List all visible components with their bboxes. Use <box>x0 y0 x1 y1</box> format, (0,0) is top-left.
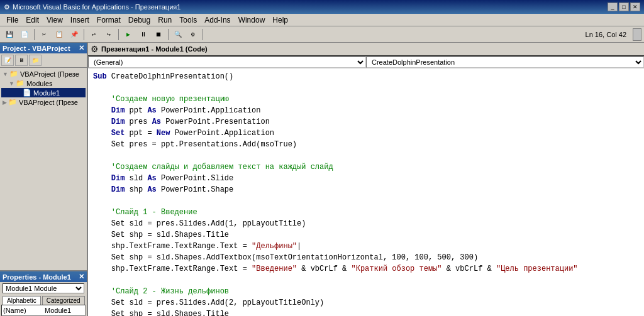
toolbar-sep1 <box>34 29 35 40</box>
properties-panel-title: Properties - Module1 <box>3 273 71 281</box>
toolbar-scrollbar[interactable] <box>633 28 641 41</box>
code-header: ⚙ Презентация1 - Module1 (Code) <box>88 43 644 57</box>
project-tree-item-vba2[interactable]: ▶ 📁 VBAProject (Презе <box>1 97 86 107</box>
menu-run[interactable]: Run <box>154 14 175 26</box>
properties-tabs: Alphabetic Categorized <box>0 295 87 305</box>
code-dropdowns: (General) CreateDolphinPresentation <box>88 57 644 68</box>
cursor-position: Ln 16, Col 42 <box>586 31 629 38</box>
object-dropdown[interactable]: (General) <box>88 57 366 68</box>
project-panel-header: Project - VBAProject ✕ <box>0 43 87 53</box>
view-code-button[interactable]: 📝 <box>1 55 14 66</box>
toolbar-pause[interactable]: ⏸ <box>136 28 150 41</box>
title-bar: ⚙ Microsoft Visual Basic for Application… <box>0 0 644 14</box>
menu-debug[interactable]: Debug <box>125 14 154 26</box>
menu-tools[interactable]: Tools <box>175 14 201 26</box>
toolbar-run[interactable]: ▶ <box>121 28 135 41</box>
toggle-folders-button[interactable]: 📁 <box>29 55 42 66</box>
toolbar-settings[interactable]: ⚙ <box>186 28 200 41</box>
project-tree-item-modules[interactable]: ▼ 📁 Modules <box>1 79 86 88</box>
project-tree: ▼ 📁 VBAProject (Презе ▼ 📁 Modules 📄 Modu… <box>0 68 87 270</box>
minimize-button[interactable]: _ <box>608 3 618 11</box>
menu-insert[interactable]: Insert <box>67 14 93 26</box>
menu-bar: File Edit View Insert Format Debug Run T… <box>0 14 644 26</box>
folder-icon: 📁 <box>9 70 18 78</box>
toolbar-sep4 <box>168 29 169 40</box>
toolbar-copy[interactable]: 📋 <box>52 28 66 41</box>
toolbar-stop[interactable]: ⏹ <box>152 28 165 41</box>
properties-panel-header: Properties - Module1 ✕ <box>0 271 87 282</box>
property-row-name: (Name) Module1 <box>3 307 84 314</box>
code-editor[interactable]: Sub CreateDolphinPresentation() 'Создаем… <box>88 68 644 316</box>
toolbar-save[interactable]: 💾 <box>3 28 16 41</box>
project-tree-item-vba1[interactable]: ▼ 📁 VBAProject (Презе <box>1 69 86 79</box>
folder-icon: 📁 <box>16 79 25 87</box>
project-panel-close[interactable]: ✕ <box>79 44 84 52</box>
maximize-button[interactable]: □ <box>619 3 629 11</box>
toolbar-undo[interactable]: ↩ <box>87 28 101 41</box>
app-icon: ⚙ <box>4 3 10 11</box>
expand-icon: ▼ <box>3 71 8 77</box>
toolbar-sep5 <box>203 29 203 40</box>
toolbar-sep3 <box>118 29 119 40</box>
project-tree-item-module1[interactable]: 📄 Module1 <box>1 88 86 97</box>
left-panel: Project - VBAProject ✕ 📝 🖥 📁 ▼ 📁 VBAProj… <box>0 43 88 316</box>
menu-edit[interactable]: Edit <box>22 14 43 26</box>
toolbar-cut[interactable]: ✂ <box>37 28 51 41</box>
expand-icon: ▶ <box>3 99 7 106</box>
property-key: (Name) <box>3 307 42 314</box>
toolbar: 💾 📄 ✂ 📋 📌 ↩ ↪ ▶ ⏸ ⏹ 🔍 ⚙ Ln 16, Col 42 <box>0 26 644 43</box>
code-header-title: Презентация1 - Module1 (Code) <box>101 45 208 53</box>
property-value: Module1 <box>45 307 84 314</box>
tab-categorized[interactable]: Categorized <box>42 296 85 305</box>
main-layout: Project - VBAProject ✕ 📝 🖥 📁 ▼ 📁 VBAProj… <box>0 43 644 316</box>
menu-window[interactable]: Window <box>235 14 269 26</box>
code-area: ⚙ Презентация1 - Module1 (Code) (General… <box>88 43 644 316</box>
menu-view[interactable]: View <box>43 14 67 26</box>
project-toolbar: 📝 🖥 📁 <box>0 53 87 68</box>
expand-icon: ▼ <box>9 80 14 87</box>
code-header-icon: ⚙ <box>91 44 99 54</box>
view-object-button[interactable]: 🖥 <box>15 55 28 66</box>
properties-list: (Name) Module1 <box>1 305 86 316</box>
menu-addins[interactable]: Add-Ins <box>201 14 234 26</box>
toolbar-find[interactable]: 🔍 <box>171 28 185 41</box>
menu-help[interactable]: Help <box>269 14 292 26</box>
tab-alphabetic[interactable]: Alphabetic <box>3 296 41 305</box>
properties-object-row: Module1 Module <box>0 282 87 295</box>
toolbar-new[interactable]: 📄 <box>18 28 31 41</box>
project-panel-title: Project - VBAProject <box>3 45 70 52</box>
properties-panel: Properties - Module1 ✕ Module1 Module Al… <box>0 270 87 316</box>
procedure-dropdown[interactable]: CreateDolphinPresentation <box>366 57 644 68</box>
properties-panel-close[interactable]: ✕ <box>79 273 84 281</box>
toolbar-sep2 <box>84 29 84 40</box>
close-button[interactable]: ✕ <box>630 3 640 11</box>
menu-file[interactable]: File <box>3 14 22 26</box>
object-selector[interactable]: Module1 Module <box>3 283 84 293</box>
module-icon: 📄 <box>23 89 31 97</box>
window-title: Microsoft Visual Basic for Applications … <box>13 3 180 11</box>
menu-format[interactable]: Format <box>93 14 125 26</box>
window-controls: _ □ ✕ <box>608 3 640 11</box>
toolbar-paste[interactable]: 📌 <box>67 28 81 41</box>
toolbar-redo[interactable]: ↪ <box>102 28 116 41</box>
folder-icon: 📁 <box>8 98 17 106</box>
